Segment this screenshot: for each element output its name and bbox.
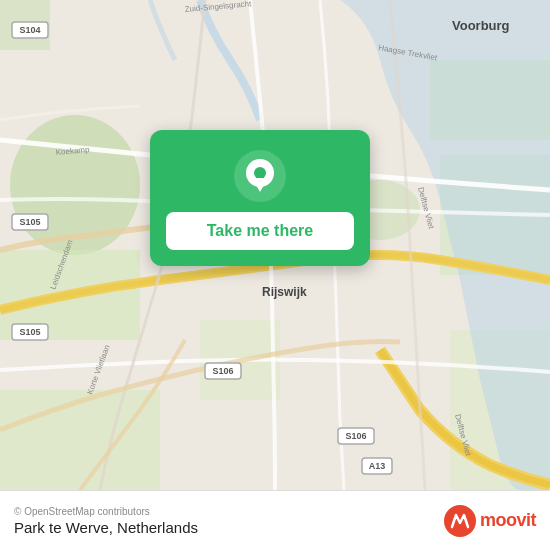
moovit-icon bbox=[444, 505, 476, 537]
take-me-there-button[interactable]: Take me there bbox=[166, 212, 354, 250]
map-container: S104 S105 S105 S106 S106 A13 Voorburg Ri… bbox=[0, 0, 550, 490]
svg-text:S106: S106 bbox=[345, 431, 366, 441]
svg-rect-8 bbox=[0, 390, 160, 490]
svg-text:S105: S105 bbox=[19, 327, 40, 337]
svg-text:A13: A13 bbox=[369, 461, 386, 471]
action-card: Take me there bbox=[150, 130, 370, 266]
svg-text:S104: S104 bbox=[19, 25, 40, 35]
svg-text:S106: S106 bbox=[212, 366, 233, 376]
svg-text:Voorburg: Voorburg bbox=[452, 18, 510, 33]
bottom-bar: © OpenStreetMap contributors Park te Wer… bbox=[0, 490, 550, 550]
moovit-text: moovit bbox=[480, 510, 536, 531]
svg-point-33 bbox=[254, 167, 266, 179]
svg-text:S105: S105 bbox=[19, 217, 40, 227]
svg-text:Rijswijk: Rijswijk bbox=[262, 285, 307, 299]
moovit-logo: moovit bbox=[444, 505, 536, 537]
location-pin-icon bbox=[234, 150, 286, 202]
location-name: Park te Werve, Netherlands bbox=[14, 519, 198, 536]
location-info: © OpenStreetMap contributors Park te Wer… bbox=[14, 506, 198, 536]
copyright-text: © OpenStreetMap contributors bbox=[14, 506, 198, 517]
